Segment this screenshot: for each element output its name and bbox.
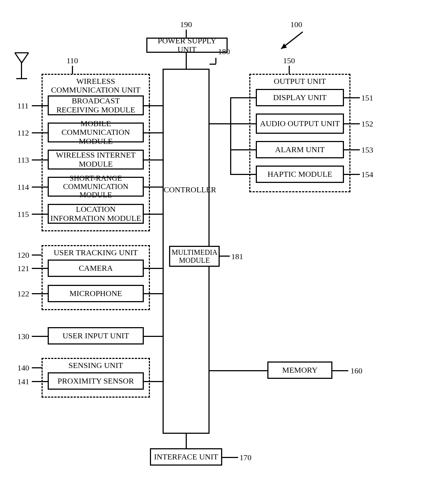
bus-alarm [230,149,256,150]
connector-proximity [144,381,163,382]
interface-unit: INTERFACE UNIT [150,448,222,466]
svg-marker-1 [281,43,287,49]
ref-output-unit: 150 [278,56,300,65]
diagram-canvas: 190 POWER SUPPLY UNIT 100 180 CONTROLLER… [0,0,448,488]
ref-controller: 180 [215,47,233,56]
leader-controller-h [210,64,216,65]
haptic-module: HAPTIC MODULE [256,166,344,183]
bus-output-h [210,123,231,124]
ref-user-tracking: 120 [17,251,29,260]
leader-output-unit [289,66,290,74]
connector-camera [144,268,163,269]
leader-controller-v [215,58,216,64]
ref-haptic: 154 [361,170,373,179]
connector-interface [186,434,187,448]
ref-camera: 121 [17,264,29,273]
device-arrow-icon [275,29,307,56]
ref-wireless-internet: 113 [17,155,29,165]
microphone: MICROPHONE [48,285,144,302]
lead-short-range [32,187,48,188]
location-information-module: LOCATION INFORMATION MODULE [48,204,144,224]
wireless-unit-title: WIRELESS COMMUNICATION UNIT [43,77,149,94]
ref-proximity: 141 [17,377,29,386]
ref-short-range: 114 [17,183,29,192]
lead-broadcast [32,105,48,106]
display-unit: DISPLAY UNIT [256,89,344,106]
output-unit-title: OUTPUT UNIT [250,77,349,86]
mobile-communication-module: MOBILE COMMUNICATION MODULE [48,123,144,142]
lead-user-tracking [32,254,42,256]
ref-alarm: 153 [361,145,373,155]
bus-audio [230,123,256,124]
proximity-sensor: PROXIMITY SENSOR [48,372,144,390]
sensing-title: SENSING UNIT [43,361,149,370]
bus-display [230,97,256,98]
lead-display [344,97,360,98]
ref-power-supply: 190 [175,20,197,29]
ref-sensing: 140 [17,363,29,373]
ref-display: 151 [361,93,373,103]
user-input-unit: USER INPUT UNIT [48,327,144,344]
lead-mobile-comm [32,132,48,133]
connector-location-info [144,214,163,215]
alarm-unit: ALARM UNIT [256,141,344,158]
connector-microphone [144,293,163,294]
lead-alarm [344,149,360,150]
lead-user-input [32,336,48,337]
multimedia-module: MULTIMEDIA MODULE [169,246,220,267]
bus-haptic [230,174,256,175]
lead-memory [332,370,348,371]
lead-audio-output [344,123,360,124]
ref-microphone: 122 [17,289,29,299]
ref-user-input: 130 [17,332,29,341]
lead-sensing [32,367,42,368]
ref-mobile-comm: 112 [17,128,29,138]
connector-power-controller [186,53,187,69]
ref-device: 100 [285,20,307,29]
connector-memory [210,370,267,371]
leader-wireless-unit [72,66,73,74]
connector-broadcast [144,105,163,106]
lead-interface [222,457,238,458]
ref-wireless-unit: 110 [61,56,83,65]
short-range-communication-module: SHORT-RANGE COMMUNICATION MODULE [48,177,144,197]
camera: CAMERA [48,260,144,277]
lead-proximity [32,381,48,382]
broadcast-receiving-module: BROADCAST RECEIVING MODULE [48,95,144,115]
lead-location-info [32,214,48,215]
controller-label: CONTROLLER [164,185,208,194]
leader-multimedia [220,256,230,257]
lead-wireless-internet [32,159,48,160]
ref-memory: 160 [350,366,362,376]
antenna-icon [13,51,31,80]
audio-output-unit: AUDIO OUTPUT UNIT [256,114,344,134]
memory: MEMORY [267,361,332,379]
connector-mobile-comm [144,132,163,133]
connector-wireless-internet [144,159,163,160]
ref-location-info: 115 [17,210,29,219]
wireless-internet-module: WIRELESS INTERNET MODULE [48,150,144,170]
ref-audio-output: 152 [361,119,373,129]
connector-user-input [144,336,163,337]
ref-multimedia: 181 [231,252,249,261]
lead-haptic [344,174,360,175]
lead-microphone [32,293,48,294]
connector-short-range [144,187,163,188]
user-tracking-title: USER TRACKING UNIT [43,248,149,257]
ref-interface: 170 [240,453,251,462]
lead-camera [32,268,48,269]
ref-broadcast: 111 [17,101,29,111]
bus-output-v [230,97,231,175]
